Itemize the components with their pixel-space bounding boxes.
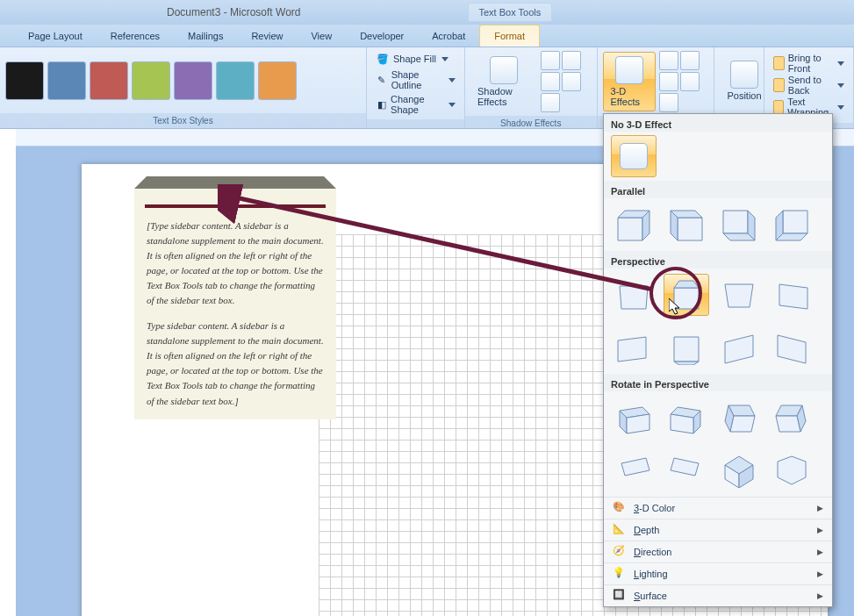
svg-marker-17 [779,284,807,309]
ribbon-tabs: Page Layout References Mailings Review V… [0,25,854,47]
position-button[interactable]: Position [720,57,768,104]
shape-fill-button[interactable]: 🪣Shape Fill [372,51,459,67]
style-swatch-black[interactable] [5,61,44,100]
3d-tilt-up[interactable] [659,51,678,70]
rotate-option-8[interactable] [769,449,815,491]
3d-tilt-left[interactable] [680,51,700,70]
tab-acrobat[interactable]: Acrobat [418,25,479,47]
section-no-3d: No 3-D Effect [604,114,832,132]
parallel-option-1[interactable] [611,204,657,246]
send-back-icon [773,78,785,92]
svg-marker-34 [776,416,800,432]
style-swatch-blue[interactable] [47,61,86,100]
style-swatch-green[interactable] [132,61,170,100]
svg-marker-40 [778,456,806,484]
shadow-nudge-right[interactable] [562,72,581,91]
pencil-icon: ✎ [376,73,388,87]
text-wrap-icon [773,100,784,114]
3d-color-menu[interactable]: 🎨3-D Color▶ [604,497,832,519]
lighting-menu[interactable]: 💡Lighting▶ [604,562,832,584]
style-swatch-purple[interactable] [174,61,212,100]
3d-tilt-right[interactable] [680,72,700,91]
chevron-down-icon [449,78,456,82]
window-title: Document3 - Microsoft Word [167,6,301,18]
svg-marker-7 [723,211,748,233]
perspective-option-8[interactable] [769,326,815,369]
3d-color-icon: 🎨 [613,501,627,515]
shadow-nudge-left[interactable] [562,51,581,70]
cube-icon [615,56,643,84]
shadow-nudge-up[interactable] [541,51,560,70]
style-swatch-teal[interactable] [216,61,255,100]
svg-marker-18 [618,337,646,362]
textbox-3d-top [134,176,336,189]
svg-marker-16 [725,284,753,307]
style-swatch-red[interactable] [90,61,128,100]
perspective-option-5[interactable] [611,326,657,369]
3d-effects-dropdown: No 3-D Effect Parallel Perspective Rotat… [603,113,833,607]
shadow-nudge-center[interactable] [541,72,560,91]
rotate-option-2[interactable] [664,397,709,439]
parallel-option-2[interactable] [664,204,709,246]
style-swatch-orange[interactable] [258,61,297,100]
svg-marker-31 [730,416,755,432]
perspective-option-6[interactable] [664,326,709,369]
parallel-option-4[interactable] [769,204,815,246]
tab-view[interactable]: View [297,25,346,47]
shape-outline-button[interactable]: ✎Shape Outline [372,68,459,91]
svg-marker-13 [620,286,648,309]
send-to-back-button[interactable]: Send to Back [771,75,846,96]
rotate-option-5[interactable] [611,449,657,491]
sidebar-rule [145,204,326,208]
submenu-arrow-icon: ▶ [817,591,823,600]
svg-marker-22 [778,335,806,363]
3d-tilt-center[interactable] [659,72,678,91]
group-label-styles: Text Box Styles [0,113,366,128]
shadow-effects-button[interactable]: Shadow Effects [470,53,537,111]
shadow-nudge-down[interactable] [541,93,560,112]
rotate-option-3[interactable] [716,397,762,439]
svg-marker-25 [627,414,649,433]
tab-developer[interactable]: Developer [346,25,418,47]
paint-bucket-icon: 🪣 [376,52,390,66]
sidebar-textbox[interactable]: [Type sidebar content. A sidebar is a st… [134,189,336,419]
svg-marker-28 [671,414,693,433]
change-shape-button[interactable]: ◧Change Shape [372,93,459,116]
sidebar-para-2[interactable]: Type sidebar content. A sidebar is a sta… [134,319,336,419]
tab-references[interactable]: References [97,25,174,47]
tab-page-layout[interactable]: Page Layout [14,25,97,47]
section-rotate: Rotate in Perspective [604,374,832,391]
svg-marker-4 [678,218,702,240]
rotate-option-4[interactable] [769,397,815,439]
rotate-option-1[interactable] [611,397,657,439]
sidebar-para-1[interactable]: [Type sidebar content. A sidebar is a st… [134,218,336,319]
rotate-option-6[interactable] [664,449,709,491]
svg-marker-21 [725,335,753,363]
svg-marker-1 [618,218,642,240]
perspective-option-7[interactable] [716,326,762,369]
3d-effects-button[interactable]: 3-D Effects [603,52,656,111]
chevron-down-icon [441,57,449,61]
tab-mailings[interactable]: Mailings [174,25,237,47]
perspective-option-1[interactable] [611,274,657,316]
tab-format[interactable]: Format [479,25,540,47]
udirection-menu[interactable]: 🧭Direction▶ [604,541,832,562]
no-3d-option[interactable] [611,135,657,177]
3d-nudge-group [659,51,708,112]
udirection-icon: 🧭 [613,545,627,559]
perspective-option-4[interactable] [769,274,815,316]
parallel-option-3[interactable] [716,204,762,246]
svg-marker-15 [674,281,699,288]
depth-menu[interactable]: 📐Depth▶ [604,519,832,541]
bring-to-front-button[interactable]: Bring to Front [771,53,846,74]
tab-review[interactable]: Review [237,25,297,47]
submenu-arrow-icon: ▶ [817,504,823,512]
chevron-down-icon [837,105,844,110]
rotate-option-7[interactable] [716,449,762,491]
perspective-option-3[interactable] [716,274,762,316]
svg-marker-10 [783,211,807,233]
3d-tilt-down[interactable] [659,93,678,112]
bring-front-icon [773,56,785,70]
surface-menu[interactable]: 🔲Surface▶ [604,584,832,606]
svg-marker-20 [674,362,699,365]
